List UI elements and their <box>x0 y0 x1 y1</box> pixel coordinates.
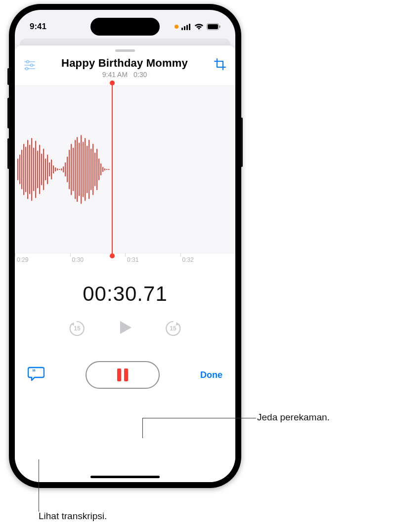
elapsed-time: 00:30.71 <box>15 282 235 306</box>
battery-icon <box>207 23 220 30</box>
svg-text:”: ” <box>32 368 36 376</box>
recording-title[interactable]: Happy Birthday Mommy <box>36 57 214 70</box>
ruler-tick: 0:30 <box>70 256 126 271</box>
trim-button[interactable] <box>214 58 226 73</box>
ruler-tick: 0:29 <box>15 256 70 271</box>
waveform <box>15 86 235 253</box>
svg-rect-5 <box>208 24 218 29</box>
callout-leader <box>39 459 39 512</box>
recording-sheet: Happy Birthday Mommy 9:41 AM 0:30 <box>15 45 235 482</box>
sheet-grabber[interactable] <box>115 49 135 52</box>
callout-transcript: Lihat transkripsi. <box>39 511 107 522</box>
background-card <box>20 39 230 45</box>
home-indicator[interactable] <box>90 476 160 478</box>
side-button <box>241 118 243 167</box>
time-ruler: 0:29 0:30 0:31 0:32 <box>15 253 235 271</box>
play-button[interactable] <box>117 319 133 338</box>
svg-rect-1 <box>184 26 185 30</box>
ruler-tick: 0:32 <box>180 256 236 271</box>
screen: 9:41 <box>15 10 235 482</box>
playhead[interactable] <box>112 83 113 256</box>
svg-point-8 <box>27 61 29 63</box>
playback-options-button[interactable] <box>24 60 36 73</box>
skip-back-15-button[interactable]: 15 <box>67 319 87 338</box>
recording-subtitle: 9:41 AM 0:30 <box>36 71 214 79</box>
transcript-button[interactable]: ” <box>28 367 44 383</box>
svg-rect-6 <box>220 26 220 28</box>
svg-point-12 <box>26 68 28 70</box>
mic-indicator-icon <box>175 25 178 29</box>
svg-rect-3 <box>189 24 190 30</box>
recording-duration: 0:30 <box>133 71 147 79</box>
wifi-icon <box>194 23 204 30</box>
dynamic-island <box>90 18 160 36</box>
callout-pause: Jeda perekaman. <box>257 412 330 423</box>
waveform-area[interactable] <box>15 85 235 253</box>
svg-point-10 <box>31 64 33 67</box>
pause-recording-button[interactable] <box>86 361 160 389</box>
volume-down-button <box>7 138 9 169</box>
svg-rect-0 <box>181 28 183 30</box>
volume-up-button <box>7 98 9 128</box>
recording-time: 9:41 AM <box>102 71 128 79</box>
silent-switch <box>7 68 9 85</box>
ruler-tick: 0:31 <box>125 256 180 271</box>
status-time: 9:41 <box>30 22 46 32</box>
done-button[interactable]: Done <box>200 370 222 380</box>
iphone-frame: 9:41 <box>9 4 241 488</box>
svg-rect-2 <box>186 25 188 30</box>
skip-back-amount: 15 <box>67 319 87 338</box>
skip-forward-15-button[interactable]: 15 <box>163 319 183 338</box>
pause-icon <box>117 368 128 381</box>
skip-forward-amount: 15 <box>163 319 183 338</box>
callout-leader <box>142 418 256 418</box>
cellular-signal-icon <box>181 24 191 30</box>
